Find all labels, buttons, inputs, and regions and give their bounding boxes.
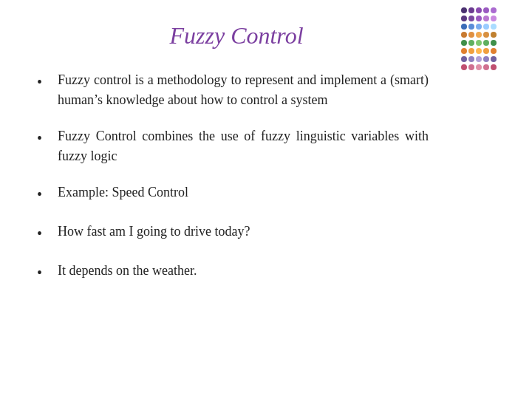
bullet-item-3: • Example: Speed Control bbox=[37, 183, 495, 205]
bullet-text-5: It depends on the weather. bbox=[58, 261, 429, 281]
bullet-item-1: • Fuzzy control is a methodology to repr… bbox=[37, 70, 495, 110]
bullet-text-1: Fuzzy control is a methodology to repres… bbox=[58, 70, 429, 110]
bullet-marker-4: • bbox=[37, 222, 53, 245]
bullet-item-4: • How fast am I going to drive today? bbox=[37, 222, 495, 245]
bullet-text-2: Fuzzy Control combines the use of fuzzy … bbox=[58, 126, 429, 166]
bullet-text-3: Example: Speed Control bbox=[58, 183, 429, 202]
bullet-marker-2: • bbox=[37, 127, 53, 149]
bullet-marker-3: • bbox=[37, 183, 53, 205]
bullet-item-2: • Fuzzy Control combines the use of fuzz… bbox=[37, 126, 495, 166]
bullet-list: • Fuzzy control is a methodology to repr… bbox=[37, 70, 495, 284]
bullet-marker-1: • bbox=[37, 71, 53, 93]
slide: Fuzzy Control • Fuzzy control is a metho… bbox=[0, 0, 532, 399]
bullet-text-4: How fast am I going to drive today? bbox=[58, 222, 429, 242]
bullet-item-5: • It depends on the weather. bbox=[37, 261, 495, 284]
bullet-marker-5: • bbox=[37, 262, 53, 284]
slide-title: Fuzzy Control bbox=[37, 22, 495, 50]
dot-grid-decoration bbox=[460, 6, 526, 80]
